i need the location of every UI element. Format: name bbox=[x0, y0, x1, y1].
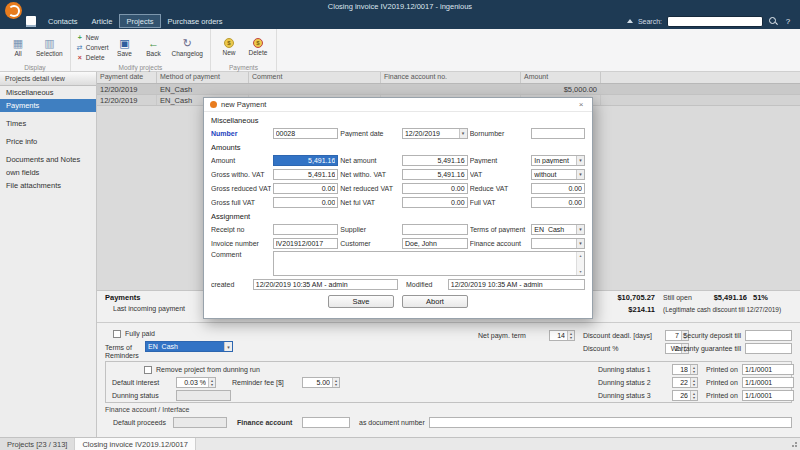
payment-mode-label: Payment bbox=[470, 157, 530, 164]
invoice-number-field[interactable]: IV201912/0017 bbox=[273, 238, 339, 249]
dunning-status-3-spinner[interactable]: 26 ▴▾ bbox=[672, 390, 698, 401]
sidebar-item-file-attachments[interactable]: File attachments bbox=[0, 179, 96, 192]
gross-reduced-vat-field[interactable]: 0.00 bbox=[273, 183, 339, 194]
security-deposit-field[interactable] bbox=[745, 330, 792, 341]
amount-field[interactable]: 5,491.16 bbox=[273, 155, 339, 166]
spinner-arrows-icon[interactable]: ▴▾ bbox=[690, 391, 697, 400]
dunning-status-field[interactable] bbox=[176, 390, 231, 401]
resize-grip-icon[interactable] bbox=[790, 440, 797, 447]
all-button[interactable]: ▦ All bbox=[5, 31, 31, 62]
net-amount-field[interactable]: 5,491.16 bbox=[402, 155, 468, 166]
tab-projects[interactable]: Projects bbox=[119, 14, 160, 28]
warranty-field[interactable] bbox=[745, 343, 792, 354]
gross-full-vat-field[interactable]: 0.00 bbox=[273, 197, 339, 208]
supplier-field[interactable] bbox=[402, 224, 468, 235]
dunning-status-2-spinner[interactable]: 22 ▴▾ bbox=[672, 377, 698, 388]
dropdown-arrow-icon[interactable]: ▾ bbox=[576, 239, 584, 248]
terms-of-combo[interactable]: EN_Cash ▾ bbox=[145, 341, 233, 352]
dropdown-arrow-icon[interactable]: ▾ bbox=[576, 225, 584, 234]
sidebar-item-documents-notes[interactable]: Documents and Notes bbox=[0, 153, 96, 166]
fully-paid-checkbox[interactable] bbox=[113, 330, 121, 338]
delete-project-button[interactable]: × Delete bbox=[76, 53, 109, 62]
tab-contacts[interactable]: Contacts bbox=[41, 14, 85, 28]
bornumber-field[interactable] bbox=[531, 128, 585, 139]
app-menu-icon[interactable] bbox=[26, 16, 36, 27]
statusbar-tab-closing-invoice[interactable]: Closing invoice IV2019.12/0017 bbox=[75, 438, 196, 450]
tab-article[interactable]: Article bbox=[85, 14, 120, 28]
remove-dunning-checkbox[interactable] bbox=[144, 366, 152, 374]
terms-of-payment-combo[interactable]: EN_Cash ▾ bbox=[531, 224, 585, 235]
search-input[interactable] bbox=[667, 16, 763, 27]
created-value: 12/20/2019 10:35 AM - admin bbox=[256, 281, 395, 288]
printed-on-1-field[interactable]: 1/1/0001 bbox=[742, 364, 794, 375]
changelog-button[interactable]: ↻ Changelog bbox=[170, 31, 205, 62]
dialog-save-button[interactable]: Save bbox=[328, 295, 394, 308]
dropdown-arrow-icon[interactable]: ▾ bbox=[459, 129, 467, 138]
default-proceeds-field[interactable] bbox=[173, 417, 227, 428]
sidebar-header[interactable]: Projects detail view bbox=[0, 72, 96, 86]
scroll-down-icon[interactable]: ▾ bbox=[579, 269, 581, 274]
tab-purchase-orders[interactable]: Purchase orders bbox=[161, 14, 230, 28]
section-miscellaneous: Miscellaneous bbox=[211, 116, 585, 125]
delete-payment-button[interactable]: $ Delete bbox=[245, 31, 271, 62]
help-icon[interactable]: ? bbox=[783, 17, 793, 26]
as-document-label: as document number bbox=[359, 419, 425, 426]
payment-mode-combo[interactable]: In payment ▾ bbox=[531, 155, 585, 166]
grid-row[interactable]: 12/20/2019 EN_Cash $5,000.00 bbox=[97, 84, 800, 95]
default-interest-spinner[interactable]: 0.03 % ▴▾ bbox=[176, 377, 216, 388]
column-comment[interactable]: Comment bbox=[249, 72, 381, 83]
reminder-fee-spinner[interactable]: 5.00 ▴▾ bbox=[302, 377, 340, 388]
com​ment-field[interactable]: ▴▾ bbox=[273, 251, 585, 276]
dropdown-arrow-icon[interactable]: ▾ bbox=[576, 170, 584, 179]
receipt-no-field[interactable] bbox=[273, 224, 339, 235]
number-field[interactable]: 00028 bbox=[273, 128, 339, 139]
net-paym-spinner[interactable]: 14 ▴▾ bbox=[549, 330, 575, 341]
close-icon[interactable]: × bbox=[576, 100, 586, 109]
full-vat-field[interactable]: 0.00 bbox=[531, 197, 585, 208]
dialog-abort-button[interactable]: Abort bbox=[402, 295, 468, 308]
convert-button[interactable]: ⇄ Convert bbox=[76, 43, 109, 52]
spinner-arrows-icon[interactable]: ▴▾ bbox=[567, 331, 574, 340]
new-project-button[interactable]: + New bbox=[76, 33, 109, 42]
dialog-titlebar[interactable]: new Payment × bbox=[204, 98, 592, 112]
net-witho-vat-field[interactable]: 5,491.16 bbox=[402, 169, 468, 180]
scroll-up-icon[interactable]: ▴ bbox=[579, 253, 581, 258]
sidebar-item-miscellaneous[interactable]: Miscellaneous bbox=[0, 86, 96, 99]
printed-on-2-field[interactable]: 1/1/0001 bbox=[742, 377, 794, 388]
column-finance-account[interactable]: Finance account no. bbox=[381, 72, 521, 83]
search-icon[interactable] bbox=[768, 16, 778, 26]
sidebar-item-own-fields[interactable]: own fields bbox=[0, 166, 96, 179]
dropdown-arrow-icon[interactable]: ▾ bbox=[576, 156, 584, 165]
gross-witho-vat-field[interactable]: 5,491.16 bbox=[273, 169, 339, 180]
vat-combo[interactable]: without ▾ bbox=[531, 169, 585, 180]
sidebar-item-times[interactable]: Times bbox=[0, 117, 96, 130]
net-full-vat-field[interactable]: 0.00 bbox=[402, 197, 468, 208]
spinner-arrows-icon[interactable]: ▴▾ bbox=[208, 378, 215, 387]
payment-date-combo[interactable]: 12/20/2019 ▾ bbox=[402, 128, 468, 139]
column-amount[interactable]: Amount bbox=[521, 72, 601, 83]
collapse-ribbon-icon[interactable] bbox=[627, 19, 633, 23]
scrollbar[interactable]: ▴▾ bbox=[576, 252, 584, 275]
statusbar-tab-projects[interactable]: Projects [23 / 313] bbox=[0, 438, 75, 450]
spinner-arrows-icon[interactable]: ▴▾ bbox=[332, 378, 339, 387]
spinner-arrows-icon[interactable]: ▴▾ bbox=[690, 365, 697, 374]
printed-on-3-field[interactable]: 1/1/0001 bbox=[742, 390, 794, 401]
save-button[interactable]: ▣ Save bbox=[112, 31, 138, 62]
spinner-arrows-icon[interactable]: ▴▾ bbox=[690, 378, 697, 387]
column-method[interactable]: Method of payment bbox=[157, 72, 249, 83]
dropdown-arrow-icon[interactable]: ▾ bbox=[224, 342, 232, 351]
sidebar-item-price-info[interactable]: Price info bbox=[0, 135, 96, 148]
reduce-vat-field[interactable]: 0.00 bbox=[531, 183, 585, 194]
customer-field[interactable]: Doe, John bbox=[402, 238, 468, 249]
selection-button[interactable]: ▥ Selection bbox=[34, 31, 65, 62]
back-button[interactable]: ← Back bbox=[141, 31, 167, 62]
new-payment-button[interactable]: $ New bbox=[216, 31, 242, 62]
as-document-field[interactable] bbox=[429, 417, 792, 428]
finance-account-field[interactable] bbox=[302, 417, 350, 428]
sidebar-item-payments[interactable]: Payments bbox=[0, 99, 96, 112]
column-payment-date[interactable]: Payment date bbox=[97, 72, 157, 83]
dunning-status-1-spinner[interactable]: 18 ▴▾ bbox=[672, 364, 698, 375]
net-reduced-vat-field[interactable]: 0.00 bbox=[402, 183, 468, 194]
finance-account-combo[interactable]: ▾ bbox=[531, 238, 585, 249]
convert-label: Convert bbox=[86, 44, 109, 51]
